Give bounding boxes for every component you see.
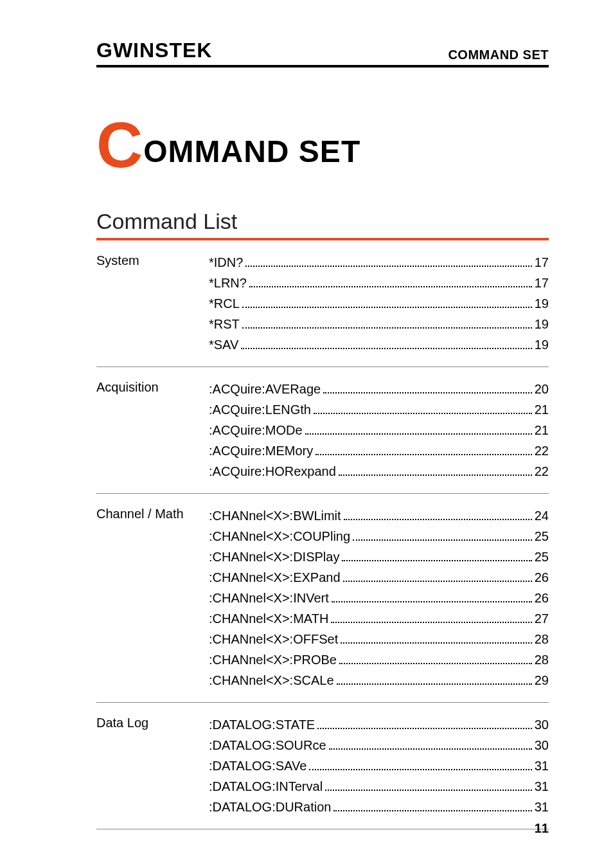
toc-page-number: 26 (535, 588, 549, 608)
toc-row: :CHANnel<X>:INVert26 (209, 588, 549, 608)
toc-command: *IDN? (209, 252, 243, 273)
logo-text: GWINSTEK (96, 39, 212, 62)
toc-page-number: 21 (535, 399, 549, 420)
toc-group: System*IDN?17*LRN?17*RCL19*RST19*SAV19 (96, 240, 549, 367)
toc-leader-dots (315, 442, 532, 455)
toc-leader-dots (339, 463, 532, 476)
toc-leader-dots (344, 507, 532, 520)
toc-page-number: 29 (535, 670, 549, 691)
toc-group: Acquisition:ACQuire:AVERage20:ACQuire:LE… (96, 367, 549, 494)
toc-row: :CHANnel<X>:PROBe28 (209, 649, 549, 670)
toc-command: :CHANnel<X>:DISPlay (209, 547, 339, 567)
command-list-toc: System*IDN?17*LRN?17*RCL19*RST19*SAV19Ac… (96, 240, 549, 829)
toc-row: :ACQuire:MEMory22 (209, 440, 549, 461)
chapter-rest: OMMAND SET (143, 134, 360, 168)
toc-leader-dots (323, 381, 532, 393)
toc-entries: :ACQuire:AVERage20:ACQuire:LENGth21:ACQu… (209, 379, 549, 482)
toc-page-number: 17 (535, 252, 549, 273)
toc-page-number: 17 (535, 273, 549, 293)
toc-page-number: 28 (535, 649, 549, 670)
toc-group-label: System (96, 252, 209, 355)
toc-command: *SAV (209, 334, 238, 355)
toc-page-number: 24 (535, 505, 549, 526)
toc-command: :ACQuire:MODe (209, 420, 303, 440)
toc-command: :CHANnel<X>:MATH (209, 608, 328, 629)
toc-page-number: 28 (535, 629, 549, 649)
toc-leader-dots (353, 528, 532, 541)
toc-leader-dots (309, 757, 531, 770)
toc-row: :CHANnel<X>:COUPling25 (209, 526, 549, 547)
toc-page-number: 27 (535, 608, 549, 629)
toc-page-number: 30 (535, 714, 549, 735)
toc-command: :CHANnel<X>:COUPling (209, 526, 350, 547)
toc-command: :ACQuire:HORexpand (209, 461, 336, 482)
toc-command: :ACQuire:LENGth (209, 399, 311, 420)
toc-group-label: Acquisition (96, 379, 209, 482)
toc-leader-dots (317, 716, 532, 729)
toc-row: :CHANnel<X>:DISPlay25 (209, 547, 549, 567)
toc-leader-dots (332, 590, 532, 602)
toc-row: *RST19 (209, 314, 549, 334)
toc-command: *RST (209, 314, 240, 334)
toc-row: :CHANnel<X>:MATH27 (209, 608, 549, 629)
toc-row: :CHANnel<X>:OFFSet28 (209, 629, 549, 649)
toc-page-number: 22 (535, 461, 549, 482)
toc-page-number: 19 (535, 334, 549, 355)
toc-command: :DATALOG:INTerval (209, 776, 323, 797)
toc-leader-dots (249, 275, 532, 287)
toc-row: :ACQuire:LENGth21 (209, 399, 549, 420)
page-number: 11 (535, 821, 549, 836)
toc-row: *RCL19 (209, 293, 549, 314)
toc-row: :DATALOG:DURation31 (209, 797, 549, 817)
toc-command: :CHANnel<X>:PROBe (209, 649, 337, 670)
toc-leader-dots (339, 651, 532, 664)
toc-page-number: 31 (535, 776, 549, 797)
toc-row: :DATALOG:INTerval31 (209, 776, 549, 797)
toc-page-number: 20 (535, 379, 549, 399)
toc-row: :DATALOG:STATE30 (209, 714, 549, 735)
page-header: GWINSTEK COMMAND SET (96, 39, 549, 68)
chapter-title: COMMAND SET (96, 119, 549, 170)
toc-row: :CHANnel<X>:SCALe29 (209, 670, 549, 691)
toc-command: *RCL (209, 293, 240, 314)
toc-leader-dots (325, 778, 532, 791)
toc-leader-dots (337, 672, 532, 685)
toc-leader-dots (333, 799, 531, 811)
toc-page-number: 31 (535, 797, 549, 817)
toc-row: :CHANnel<X>:BWLimit24 (209, 505, 549, 526)
toc-group-label: Data Log (96, 714, 209, 817)
toc-group-label: Channel / Math (96, 505, 209, 691)
toc-command: :CHANnel<X>:INVert (209, 588, 329, 608)
toc-entries: :CHANnel<X>:BWLimit24:CHANnel<X>:COUPlin… (209, 505, 549, 691)
toc-leader-dots (343, 569, 532, 582)
toc-page-number: 19 (535, 314, 549, 334)
toc-entries: :DATALOG:STATE30:DATALOG:SOURce30:DATALO… (209, 714, 549, 817)
toc-group: Data Log:DATALOG:STATE30:DATALOG:SOURce3… (96, 703, 549, 829)
toc-command: :CHANnel<X>:OFFSet (209, 629, 338, 649)
toc-command: :DATALOG:DURation (209, 797, 331, 817)
toc-leader-dots (242, 316, 532, 329)
chapter-initial: C (96, 109, 143, 181)
toc-row: *IDN?17 (209, 252, 549, 273)
toc-command: *LRN? (209, 273, 247, 293)
document-page: GWINSTEK COMMAND SET COMMAND SET Command… (0, 0, 613, 868)
toc-leader-dots (314, 401, 532, 414)
toc-row: :DATALOG:SOURce30 (209, 735, 549, 755)
toc-row: *SAV19 (209, 334, 549, 355)
toc-row: :CHANnel<X>:EXPand26 (209, 567, 549, 588)
toc-row: :ACQuire:MODe21 (209, 420, 549, 440)
toc-command: :CHANnel<X>:SCALe (209, 670, 334, 691)
toc-page-number: 22 (535, 440, 549, 461)
toc-command: :DATALOG:SAVe (209, 755, 306, 776)
toc-leader-dots (245, 254, 531, 267)
toc-leader-dots (342, 548, 531, 561)
toc-command: :CHANnel<X>:BWLimit (209, 505, 341, 526)
toc-row: *LRN?17 (209, 273, 549, 293)
toc-entries: *IDN?17*LRN?17*RCL19*RST19*SAV19 (209, 252, 549, 355)
toc-row: :DATALOG:SAVe31 (209, 755, 549, 776)
toc-page-number: 19 (535, 293, 549, 314)
toc-leader-dots (331, 610, 531, 623)
toc-page-number: 21 (535, 420, 549, 440)
toc-page-number: 26 (535, 567, 549, 588)
toc-command: :ACQuire:MEMory (209, 440, 313, 461)
